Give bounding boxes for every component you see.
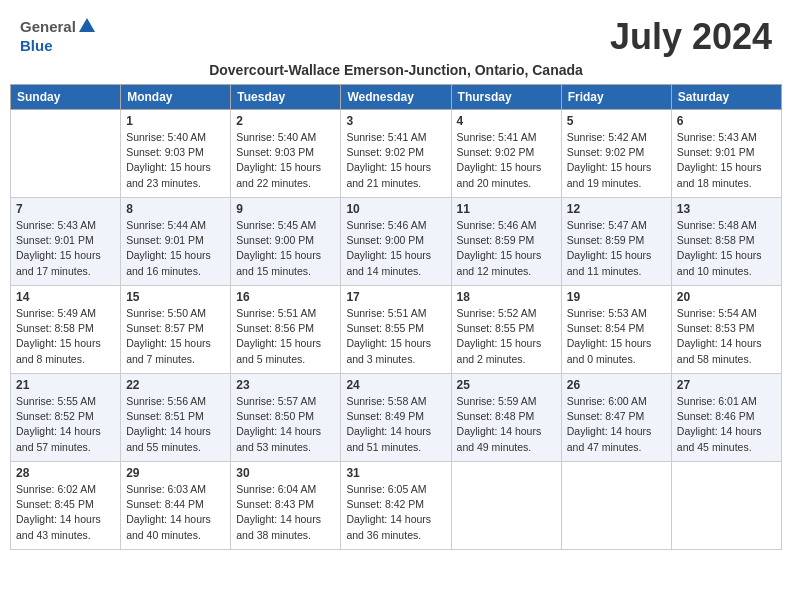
calendar-cell: 8Sunrise: 5:44 AM Sunset: 9:01 PM Daylig… xyxy=(121,198,231,286)
cell-info: Sunrise: 6:01 AM Sunset: 8:46 PM Dayligh… xyxy=(677,394,776,455)
cell-info: Sunrise: 5:48 AM Sunset: 8:58 PM Dayligh… xyxy=(677,218,776,279)
cell-info: Sunrise: 5:51 AM Sunset: 8:56 PM Dayligh… xyxy=(236,306,335,367)
cell-info: Sunrise: 5:56 AM Sunset: 8:51 PM Dayligh… xyxy=(126,394,225,455)
day-number: 27 xyxy=(677,378,776,392)
day-number: 13 xyxy=(677,202,776,216)
svg-marker-0 xyxy=(79,18,95,32)
calendar-cell: 7Sunrise: 5:43 AM Sunset: 9:01 PM Daylig… xyxy=(11,198,121,286)
calendar-cell: 21Sunrise: 5:55 AM Sunset: 8:52 PM Dayli… xyxy=(11,374,121,462)
calendar-cell: 22Sunrise: 5:56 AM Sunset: 8:51 PM Dayli… xyxy=(121,374,231,462)
cell-info: Sunrise: 5:51 AM Sunset: 8:55 PM Dayligh… xyxy=(346,306,445,367)
cell-info: Sunrise: 5:40 AM Sunset: 9:03 PM Dayligh… xyxy=(236,130,335,191)
day-number: 11 xyxy=(457,202,556,216)
cell-info: Sunrise: 5:40 AM Sunset: 9:03 PM Dayligh… xyxy=(126,130,225,191)
day-number: 23 xyxy=(236,378,335,392)
cell-info: Sunrise: 5:50 AM Sunset: 8:57 PM Dayligh… xyxy=(126,306,225,367)
day-number: 3 xyxy=(346,114,445,128)
logo: General Blue xyxy=(20,16,96,54)
cell-info: Sunrise: 5:46 AM Sunset: 8:59 PM Dayligh… xyxy=(457,218,556,279)
week-row-2: 7Sunrise: 5:43 AM Sunset: 9:01 PM Daylig… xyxy=(11,198,782,286)
calendar-cell: 13Sunrise: 5:48 AM Sunset: 8:58 PM Dayli… xyxy=(671,198,781,286)
day-number: 21 xyxy=(16,378,115,392)
cell-info: Sunrise: 6:04 AM Sunset: 8:43 PM Dayligh… xyxy=(236,482,335,543)
calendar-cell xyxy=(11,110,121,198)
cell-info: Sunrise: 5:58 AM Sunset: 8:49 PM Dayligh… xyxy=(346,394,445,455)
calendar-cell: 9Sunrise: 5:45 AM Sunset: 9:00 PM Daylig… xyxy=(231,198,341,286)
calendar-cell: 16Sunrise: 5:51 AM Sunset: 8:56 PM Dayli… xyxy=(231,286,341,374)
calendar-cell: 20Sunrise: 5:54 AM Sunset: 8:53 PM Dayli… xyxy=(671,286,781,374)
day-number: 9 xyxy=(236,202,335,216)
cell-info: Sunrise: 5:41 AM Sunset: 9:02 PM Dayligh… xyxy=(346,130,445,191)
cell-info: Sunrise: 5:47 AM Sunset: 8:59 PM Dayligh… xyxy=(567,218,666,279)
calendar-cell: 5Sunrise: 5:42 AM Sunset: 9:02 PM Daylig… xyxy=(561,110,671,198)
col-header-sunday: Sunday xyxy=(11,85,121,110)
day-number: 25 xyxy=(457,378,556,392)
col-header-thursday: Thursday xyxy=(451,85,561,110)
cell-info: Sunrise: 5:55 AM Sunset: 8:52 PM Dayligh… xyxy=(16,394,115,455)
col-header-tuesday: Tuesday xyxy=(231,85,341,110)
day-number: 28 xyxy=(16,466,115,480)
cell-info: Sunrise: 5:49 AM Sunset: 8:58 PM Dayligh… xyxy=(16,306,115,367)
day-number: 6 xyxy=(677,114,776,128)
cell-info: Sunrise: 5:43 AM Sunset: 9:01 PM Dayligh… xyxy=(16,218,115,279)
cell-info: Sunrise: 5:42 AM Sunset: 9:02 PM Dayligh… xyxy=(567,130,666,191)
calendar-cell: 26Sunrise: 6:00 AM Sunset: 8:47 PM Dayli… xyxy=(561,374,671,462)
calendar-cell xyxy=(671,462,781,550)
day-number: 29 xyxy=(126,466,225,480)
month-title: July 2024 xyxy=(610,16,772,58)
day-number: 30 xyxy=(236,466,335,480)
cell-info: Sunrise: 5:43 AM Sunset: 9:01 PM Dayligh… xyxy=(677,130,776,191)
calendar-cell: 11Sunrise: 5:46 AM Sunset: 8:59 PM Dayli… xyxy=(451,198,561,286)
day-number: 31 xyxy=(346,466,445,480)
calendar-cell xyxy=(451,462,561,550)
calendar-cell: 4Sunrise: 5:41 AM Sunset: 9:02 PM Daylig… xyxy=(451,110,561,198)
calendar-cell: 19Sunrise: 5:53 AM Sunset: 8:54 PM Dayli… xyxy=(561,286,671,374)
cell-info: Sunrise: 5:46 AM Sunset: 9:00 PM Dayligh… xyxy=(346,218,445,279)
day-number: 10 xyxy=(346,202,445,216)
day-number: 26 xyxy=(567,378,666,392)
calendar-cell: 29Sunrise: 6:03 AM Sunset: 8:44 PM Dayli… xyxy=(121,462,231,550)
calendar-cell: 6Sunrise: 5:43 AM Sunset: 9:01 PM Daylig… xyxy=(671,110,781,198)
day-number: 17 xyxy=(346,290,445,304)
week-row-4: 21Sunrise: 5:55 AM Sunset: 8:52 PM Dayli… xyxy=(11,374,782,462)
cell-info: Sunrise: 5:44 AM Sunset: 9:01 PM Dayligh… xyxy=(126,218,225,279)
logo-general: General xyxy=(20,18,76,35)
calendar-cell: 15Sunrise: 5:50 AM Sunset: 8:57 PM Dayli… xyxy=(121,286,231,374)
calendar-cell: 30Sunrise: 6:04 AM Sunset: 8:43 PM Dayli… xyxy=(231,462,341,550)
week-row-5: 28Sunrise: 6:02 AM Sunset: 8:45 PM Dayli… xyxy=(11,462,782,550)
calendar-subtitle: Dovercourt-Wallace Emerson-Junction, Ont… xyxy=(10,62,782,78)
col-header-saturday: Saturday xyxy=(671,85,781,110)
day-number: 4 xyxy=(457,114,556,128)
calendar-cell: 27Sunrise: 6:01 AM Sunset: 8:46 PM Dayli… xyxy=(671,374,781,462)
calendar-cell: 2Sunrise: 5:40 AM Sunset: 9:03 PM Daylig… xyxy=(231,110,341,198)
cell-info: Sunrise: 5:41 AM Sunset: 9:02 PM Dayligh… xyxy=(457,130,556,191)
calendar-cell: 17Sunrise: 5:51 AM Sunset: 8:55 PM Dayli… xyxy=(341,286,451,374)
logo-triangle xyxy=(78,16,96,37)
calendar-cell: 12Sunrise: 5:47 AM Sunset: 8:59 PM Dayli… xyxy=(561,198,671,286)
cell-info: Sunrise: 6:00 AM Sunset: 8:47 PM Dayligh… xyxy=(567,394,666,455)
week-row-3: 14Sunrise: 5:49 AM Sunset: 8:58 PM Dayli… xyxy=(11,286,782,374)
day-number: 8 xyxy=(126,202,225,216)
calendar-cell: 23Sunrise: 5:57 AM Sunset: 8:50 PM Dayli… xyxy=(231,374,341,462)
col-header-monday: Monday xyxy=(121,85,231,110)
cell-info: Sunrise: 5:45 AM Sunset: 9:00 PM Dayligh… xyxy=(236,218,335,279)
logo-blue: Blue xyxy=(20,37,53,54)
calendar-cell: 28Sunrise: 6:02 AM Sunset: 8:45 PM Dayli… xyxy=(11,462,121,550)
day-number: 7 xyxy=(16,202,115,216)
day-number: 15 xyxy=(126,290,225,304)
week-row-1: 1Sunrise: 5:40 AM Sunset: 9:03 PM Daylig… xyxy=(11,110,782,198)
cell-info: Sunrise: 5:57 AM Sunset: 8:50 PM Dayligh… xyxy=(236,394,335,455)
cell-info: Sunrise: 6:02 AM Sunset: 8:45 PM Dayligh… xyxy=(16,482,115,543)
calendar-cell xyxy=(561,462,671,550)
calendar-table: SundayMondayTuesdayWednesdayThursdayFrid… xyxy=(10,84,782,550)
day-number: 22 xyxy=(126,378,225,392)
cell-info: Sunrise: 5:54 AM Sunset: 8:53 PM Dayligh… xyxy=(677,306,776,367)
day-number: 1 xyxy=(126,114,225,128)
header-row: SundayMondayTuesdayWednesdayThursdayFrid… xyxy=(11,85,782,110)
cell-info: Sunrise: 5:52 AM Sunset: 8:55 PM Dayligh… xyxy=(457,306,556,367)
day-number: 16 xyxy=(236,290,335,304)
calendar-cell: 24Sunrise: 5:58 AM Sunset: 8:49 PM Dayli… xyxy=(341,374,451,462)
col-header-friday: Friday xyxy=(561,85,671,110)
cell-info: Sunrise: 6:05 AM Sunset: 8:42 PM Dayligh… xyxy=(346,482,445,543)
day-number: 18 xyxy=(457,290,556,304)
